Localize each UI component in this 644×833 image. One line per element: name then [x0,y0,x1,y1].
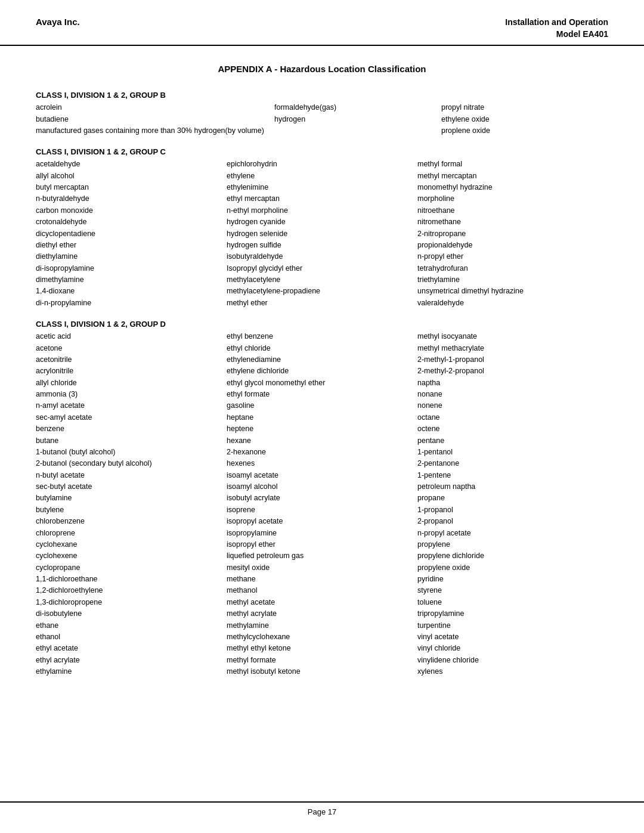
list-item: sec-butyl acetate [36,481,227,493]
doc-title: Installation and Operation [505,17,608,29]
group-b-col2: formaldehyde(gas) hydrogen [274,102,441,137]
list-item: hydrogen [274,114,441,125]
list-item: ethyl acrylate [36,655,227,666]
list-item: isopropylamine [227,528,417,539]
list-item: acetonitrile [36,354,227,366]
list-item: vinyl acetate [417,631,608,643]
list-item: 2-methyl-2-propanol [417,366,608,377]
doc-info: Installation and Operation Model EA401 [505,17,608,40]
group-b-col3: propyl nitrate ethylene oxide proplene o… [441,102,608,137]
list-item: isobutyl acrylate [227,493,417,504]
section-group-c: CLASS I, DIVISION 1 & 2, GROUP C acetald… [36,147,608,309]
list-item: n-butyraldehyde [36,193,227,205]
list-item: 1-butanol (butyl alcohol) [36,447,227,458]
list-item: cyclopropane [36,562,227,574]
list-item: hydrogen cyanide [227,216,417,228]
group-b-header: CLASS I, DIVISION 1 & 2, GROUP B [36,91,608,100]
list-item: vinylidene chloride [417,655,608,666]
list-item: crotonaldehyde [36,216,227,228]
list-item: formaldehyde(gas) [274,102,441,113]
list-item: ethylenediamine [227,354,417,366]
list-item: diethyl ether [36,240,227,251]
list-item: methyl ether [227,298,417,309]
list-item: methyl formal [417,159,608,170]
list-item: butane [36,435,227,447]
list-item: butylene [36,504,227,516]
list-item: ethyl glycol monomethyl ether [227,377,417,389]
list-item: n-propyl acetate [417,528,608,539]
list-item: isoamyl acetate [227,470,417,481]
list-item: ethyl mercaptan [227,193,417,205]
list-item: heptane [227,412,417,423]
group-d-columns: acetic acid acetone acetonitrile acrylon… [36,331,608,677]
list-item: proplene oxide [441,125,608,137]
list-item: acetone [36,343,227,354]
list-item: unsymetrical dimethyl hydrazine [417,286,608,297]
list-item: ethylamine [36,666,227,677]
list-item: styrene [417,585,608,596]
list-item: sec-amyl acetate [36,412,227,423]
list-item: butyl mercaptan [36,182,227,193]
list-item: acetaldehyde [36,159,227,170]
list-item: ethyl benzene [227,331,417,342]
list-item: 2-butanol (secondary butyl alcohol) [36,458,227,469]
group-c-col3: methyl formal methyl mercaptan monomethy… [417,159,608,309]
list-item: carbon monoxide [36,205,227,216]
list-item: liquefied petroleum gas [227,550,417,562]
list-item: ethylene dichloride [227,366,417,377]
list-item: ethylene [227,171,417,182]
list-item: ethyl chloride [227,343,417,354]
list-item: mesityl oxide [227,562,417,574]
list-item: dimethylamine [36,274,227,286]
list-item: diethylamine [36,251,227,262]
group-c-header: CLASS I, DIVISION 1 & 2, GROUP C [36,147,608,156]
list-item: monomethyl hydrazine [417,182,608,193]
list-item: petroleum naptha [417,481,608,493]
list-item: octene [417,423,608,435]
list-item: pyridine [417,574,608,585]
list-item: nonane [417,389,608,400]
list-item: ethyl acetate [36,643,227,654]
list-item: 1,3-dichloropropene [36,597,227,608]
list-item: acrolein [36,102,274,113]
list-item: chloroprene [36,528,227,539]
list-item: benzene [36,423,227,435]
list-item: 1-pentanol [417,447,608,458]
group-c-col2: epichlorohydrin ethylene ethylenimine et… [227,159,417,309]
list-item: toluene [417,597,608,608]
group-d-col3: methyl isocyanate methyl methacrylate 2-… [417,331,608,677]
list-item: ethane [36,620,227,631]
list-item: nitromethane [417,216,608,228]
section-group-d: CLASS I, DIVISION 1 & 2, GROUP D acetic … [36,320,608,677]
list-item: 2-hexanone [227,447,417,458]
list-item: butadiene [36,114,274,125]
list-item: hydrogen sulfide [227,240,417,251]
list-item: methyl isocyanate [417,331,608,342]
list-item: nonene [417,400,608,411]
list-item: octane [417,412,608,423]
list-item: isobutyraldehyde [227,251,417,262]
list-item: n-propyl ether [417,251,608,262]
list-item: tetrahydrofuran [417,263,608,274]
list-item: turpentine [417,620,608,631]
list-item: methylcyclohexane [227,631,417,643]
list-item: methylacetylene [227,274,417,286]
list-item: methyl ethyl ketone [227,643,417,654]
group-d-header: CLASS I, DIVISION 1 & 2, GROUP D [36,320,608,329]
list-item: propyl nitrate [441,102,608,113]
list-item: methanol [227,585,417,596]
list-item: 1,2-dichloroethylene [36,585,227,596]
list-item: tripropylamine [417,608,608,620]
list-item: methyl mercaptan [417,171,608,182]
list-item: ethanol [36,631,227,643]
list-item: 1,4-dioxane [36,286,227,297]
group-b-columns: acrolein butadiene manufactured gases co… [36,102,608,137]
list-item: naptha [417,377,608,389]
list-item: methyl methacrylate [417,343,608,354]
list-item: pentane [417,435,608,447]
list-item: propylene oxide [417,562,608,574]
list-item: isopropyl ether [227,539,417,550]
list-item: 2-propanol [417,516,608,527]
list-item: di-isopropylamine [36,263,227,274]
group-c-col1: acetaldehyde allyl alcohol butyl mercapt… [36,159,227,309]
